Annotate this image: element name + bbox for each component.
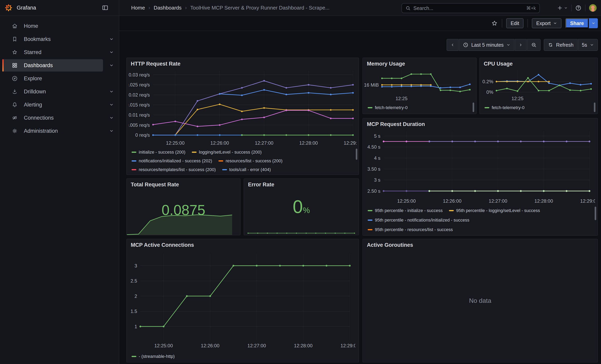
chevron-down-icon[interactable] (109, 103, 114, 107)
time-shift-forward-button[interactable] (515, 39, 527, 51)
sidebar-item-label: Dashboards (24, 62, 53, 69)
legend-item[interactable]: 95th percentile - logging/setLevel - suc… (449, 208, 540, 213)
sidebar-item-administration[interactable]: Administration (0, 124, 119, 138)
sidebar-item-home[interactable]: Home (0, 20, 119, 33)
chevron-down-icon[interactable] (109, 89, 114, 94)
add-button[interactable] (557, 5, 568, 11)
panel-title[interactable]: MCP Request Duration (367, 121, 425, 127)
panel-title[interactable]: Active Goroutines (367, 242, 413, 248)
help-button[interactable] (575, 5, 581, 11)
legend-scrollbar[interactable] (594, 103, 595, 112)
favorite-star-button[interactable] (491, 20, 498, 27)
export-button[interactable]: Export (532, 18, 561, 28)
sidebar-item-alerting[interactable]: Alerting (0, 98, 119, 111)
x-tick-label: 12:28:00 (534, 198, 553, 204)
x-tick-label: 12:28:00 (299, 140, 318, 146)
panel-title[interactable]: CPU Usage (484, 61, 513, 67)
mcp-request-duration-chart[interactable]: 2.50 s3 s3.50 s4 s4.50 s5 s12:25:0012:26… (364, 129, 595, 204)
share-options-caret[interactable] (589, 18, 598, 28)
legend-series-color (218, 160, 223, 162)
dashboard-toolbar: Edit Export Share (119, 16, 601, 31)
legend-item[interactable]: 95th percentile - notifications/initiali… (368, 217, 470, 223)
legend-item[interactable]: tools/call - error (404) (222, 167, 271, 172)
sidebar-item-dashboards[interactable]: Dashboards (0, 59, 119, 72)
sidebar-item-label: Bookmarks (24, 36, 51, 42)
chevron-down-icon[interactable] (109, 116, 114, 120)
chevron-down-icon[interactable] (109, 129, 114, 133)
legend-series-color (131, 356, 136, 357)
avatar[interactable] (589, 4, 597, 12)
grafana-logo[interactable] (5, 4, 12, 11)
panel-title[interactable]: MCP Active Connections (131, 242, 194, 248)
search-shortcut: ⌘+k (526, 6, 536, 11)
search-input[interactable] (413, 5, 523, 11)
legend-item[interactable]: logging/setLevel - success (200) (192, 150, 262, 155)
search-box[interactable]: ⌘+k (401, 3, 540, 13)
breadcrumb-separator: › (185, 5, 187, 10)
legend-item[interactable]: initialize - success (200) (131, 150, 185, 155)
refresh-interval-picker[interactable]: 5s (578, 39, 598, 51)
sidebar-item-label: Connections (24, 115, 54, 121)
legend-scrollbar[interactable] (473, 103, 474, 112)
panel-active-goroutines: Active Goroutines No data (362, 239, 598, 362)
legend-item[interactable]: notifications/initialized - success (202… (131, 158, 212, 164)
cpu-usage-chart[interactable]: 0.2%0%12:25 (481, 68, 596, 102)
sidebar-item-connections[interactable]: Connections (0, 111, 119, 124)
sidebar-item-drilldown[interactable]: Drilldown (0, 85, 119, 98)
memory-usage-chart[interactable]: 16 MiB12:25 (364, 68, 475, 102)
edit-button[interactable]: Edit (506, 18, 523, 28)
mcp-active-connections-chart[interactable]: 11.522.5312:25:0012:26:0012:27:0012:28:0… (128, 250, 355, 349)
sidebar-item-starred[interactable]: Starred (0, 46, 119, 59)
legend-item[interactable]: fetch-telemetry-0 (368, 105, 408, 110)
panel-title[interactable]: HTTP Request Rate (131, 61, 180, 67)
legend-item[interactable]: 95th percentile - initialize - success (368, 208, 443, 213)
sidebar-item-label: Starred (24, 49, 41, 55)
star-icon (11, 49, 18, 55)
legend-series-color (368, 229, 372, 230)
share-button[interactable]: Share (565, 18, 589, 28)
time-range-picker[interactable]: Last 5 minutes (459, 39, 514, 51)
sidebar-item-explore[interactable]: Explore (0, 72, 119, 85)
legend-series-label: resources/list - success (200) (226, 158, 282, 164)
legend-series-label: 95th percentile - initialize - success (375, 208, 443, 213)
legend-item[interactable]: 95th percentile - resources/list - succe… (368, 227, 453, 232)
x-tick-label: 12:26:00 (443, 198, 461, 204)
sidebar-item-bookmarks[interactable]: Bookmarks (0, 33, 119, 46)
breadcrumb-home[interactable]: Home (131, 5, 145, 11)
legend-scrollbar[interactable] (356, 149, 357, 160)
x-tick-label: 12:27:00 (255, 140, 273, 146)
sidebar-toggle-icon[interactable] (102, 4, 109, 11)
y-tick-label: 0.02 req/s (129, 92, 150, 98)
chevron-left-icon (451, 43, 454, 47)
zoom-out-button[interactable] (527, 39, 541, 51)
refresh-group: Refresh 5s (544, 39, 598, 51)
legend-item[interactable]: resources/templates/list - success (200) (131, 167, 216, 172)
chevron-down-icon[interactable] (109, 63, 114, 68)
legend-series-label: 95th percentile - notifications/initiali… (375, 217, 470, 223)
error-rate-value-wrap: 0% (244, 196, 359, 217)
chevron-down-icon[interactable] (109, 50, 114, 54)
dashboards-grid-icon (11, 62, 18, 69)
breadcrumb-dashboards[interactable]: Dashboards (154, 5, 181, 11)
compass-icon (11, 75, 18, 82)
http-legend: initialize - success (200)logging/setLev… (131, 148, 354, 175)
legend-item[interactable]: fetch-telemetry-0 (485, 105, 524, 110)
time-shift-back-button[interactable] (447, 39, 459, 51)
legend-item[interactable]: resources/list - success (200) (218, 158, 282, 164)
panel-title[interactable]: Error Rate (248, 182, 274, 188)
panel-title[interactable]: Total Request Rate (131, 182, 179, 188)
chevron-down-icon[interactable] (109, 37, 114, 41)
legend-series-label: 95th percentile - logging/setLevel - suc… (456, 208, 540, 213)
refresh-button[interactable]: Refresh (544, 39, 578, 51)
panel-title[interactable]: Memory Usage (367, 61, 405, 67)
legend-series-label: logging/setLevel - success (200) (199, 150, 262, 155)
legend-series-label: notifications/initialized - success (202… (139, 158, 212, 164)
legend-scrollbar[interactable] (595, 207, 596, 220)
http-request-rate-chart[interactable]: 0 req/s0.005 req/s0.01 req/s0.015 req/s0… (128, 68, 357, 146)
legend-item[interactable]: - (streamable-http) (131, 354, 175, 359)
chevron-right-icon (519, 43, 523, 47)
error-rate-sparkline[interactable] (246, 229, 356, 234)
y-tick-label: 0 req/s (135, 132, 150, 138)
help-icon (575, 5, 581, 11)
legend-series-color (368, 107, 372, 108)
